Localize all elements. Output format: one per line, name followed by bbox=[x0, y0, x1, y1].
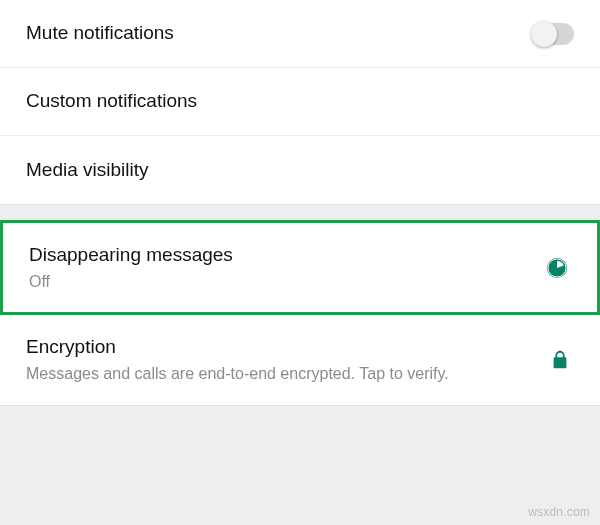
privacy-section: Disappearing messages Off Encryption Mes… bbox=[0, 220, 600, 405]
media-visibility-row[interactable]: Media visibility bbox=[0, 136, 600, 204]
notifications-section: Mute notifications Custom notifications … bbox=[0, 0, 600, 204]
row-text: Mute notifications bbox=[26, 21, 534, 46]
disappearing-subtitle: Off bbox=[29, 271, 529, 293]
lock-icon bbox=[546, 349, 574, 371]
media-title: Media visibility bbox=[26, 158, 560, 183]
encryption-title: Encryption bbox=[26, 335, 532, 360]
watermark: wsxdn.com bbox=[528, 505, 590, 519]
disappearing-highlight: Disappearing messages Off bbox=[0, 220, 600, 315]
custom-notifications-row[interactable]: Custom notifications bbox=[0, 68, 600, 136]
mute-toggle[interactable] bbox=[534, 23, 574, 45]
encryption-row[interactable]: Encryption Messages and calls are end-to… bbox=[0, 315, 600, 404]
encryption-subtitle: Messages and calls are end-to-end encryp… bbox=[26, 363, 532, 385]
row-text: Encryption Messages and calls are end-to… bbox=[26, 335, 546, 384]
toggle-knob bbox=[531, 21, 557, 47]
row-text: Disappearing messages Off bbox=[29, 243, 543, 292]
disappearing-messages-row[interactable]: Disappearing messages Off bbox=[3, 223, 597, 312]
timer-icon bbox=[543, 256, 571, 280]
mute-notifications-row[interactable]: Mute notifications bbox=[0, 0, 600, 68]
custom-title: Custom notifications bbox=[26, 89, 560, 114]
row-text: Custom notifications bbox=[26, 89, 574, 114]
mute-title: Mute notifications bbox=[26, 21, 520, 46]
section-gap-bottom bbox=[0, 405, 600, 423]
row-text: Media visibility bbox=[26, 158, 574, 183]
disappearing-title: Disappearing messages bbox=[29, 243, 529, 268]
